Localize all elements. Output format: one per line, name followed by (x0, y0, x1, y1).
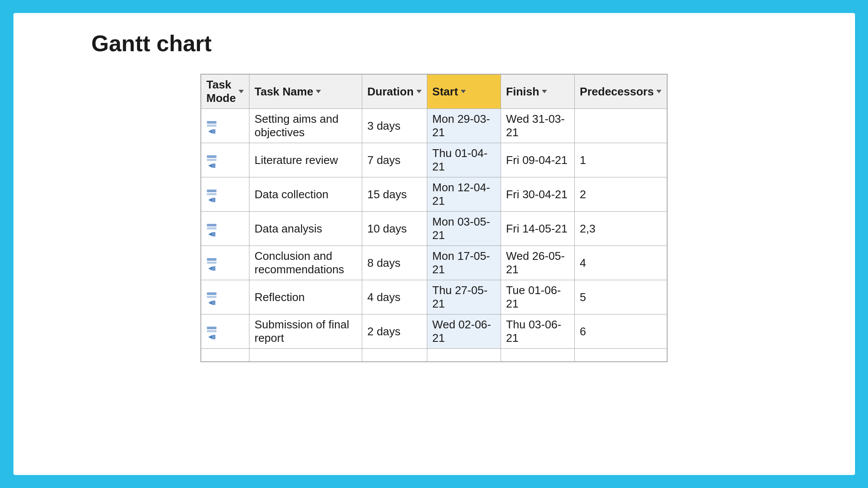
task-name-dropdown-icon[interactable] (316, 90, 321, 93)
finish-cell: Fri 09-04-21 (501, 143, 574, 177)
svg-rect-1 (207, 124, 216, 127)
task-mode-icon (206, 189, 217, 203)
predecessors-cell: 2,3 (574, 212, 667, 246)
task-name-cell: Setting aims andobjectives (249, 109, 362, 143)
task-mode-icon (206, 326, 217, 340)
task-mode-cell (201, 212, 249, 246)
gantt-table-container: Task Mode Task Name (200, 74, 668, 362)
duration-cell: 4 days (362, 280, 427, 314)
table-row: Submission of finalreport2 daysWed 02-06… (201, 314, 667, 349)
svg-rect-10 (207, 190, 216, 192)
start-cell: Mon 03-05-21 (427, 212, 501, 246)
svg-marker-7 (208, 164, 213, 168)
svg-rect-15 (207, 224, 216, 226)
svg-marker-2 (208, 129, 213, 134)
start-cell: Wed 02-06-21 (427, 314, 501, 349)
task-name-cell: Data analysis (249, 212, 362, 246)
duration-cell: 10 days (362, 212, 427, 246)
th-duration[interactable]: Duration (362, 75, 427, 109)
predecessors-dropdown-icon[interactable] (656, 90, 662, 93)
th-start-label: Start (432, 85, 458, 98)
finish-cell: Wed 31-03-21 (501, 109, 574, 143)
finish-cell: Tue 01-06-21 (501, 280, 574, 314)
task-mode-cell (201, 246, 249, 280)
task-name-cell: Submission of finalreport (249, 314, 362, 349)
th-task-mode[interactable]: Task Mode (201, 75, 249, 109)
svg-rect-5 (207, 155, 216, 158)
table-row: Literature review7 daysThu 01-04-21Fri 0… (201, 143, 667, 177)
slide: Gantt chart Task Mode (13, 13, 855, 475)
th-task-name-label: Task Name (255, 85, 313, 98)
svg-rect-20 (207, 258, 216, 261)
task-name-cell: Conclusion andrecommendations (249, 246, 362, 280)
th-start[interactable]: Start (427, 75, 501, 109)
finish-cell: Thu 03-06-21 (501, 314, 574, 349)
duration-cell: 3 days (362, 109, 427, 143)
table-row-empty (201, 349, 667, 362)
finish-cell: Fri 14-05-21 (501, 212, 574, 246)
th-task-mode-line2: Mode (206, 92, 236, 105)
svg-rect-30 (207, 327, 216, 329)
task-mode-cell (201, 177, 249, 212)
task-name-cell: Reflection (249, 280, 362, 314)
task-mode-icon (206, 223, 217, 237)
start-dropdown-icon[interactable] (461, 90, 466, 93)
finish-cell: Fri 30-04-21 (501, 177, 574, 212)
start-cell: Thu 01-04-21 (427, 143, 501, 177)
svg-marker-12 (208, 198, 213, 202)
predecessors-cell: 2 (574, 177, 667, 212)
task-mode-cell (201, 280, 249, 314)
svg-marker-22 (208, 266, 213, 271)
th-finish[interactable]: Finish (501, 75, 574, 109)
duration-cell: 7 days (362, 143, 427, 177)
predecessors-cell (574, 109, 667, 143)
task-mode-icon (206, 292, 217, 306)
duration-dropdown-icon[interactable] (416, 90, 422, 93)
duration-cell: 2 days (362, 314, 427, 349)
svg-marker-32 (208, 335, 213, 339)
task-mode-dropdown-icon[interactable] (239, 90, 244, 93)
start-cell: Mon 29-03-21 (427, 109, 501, 143)
svg-marker-17 (208, 232, 213, 236)
start-cell: Mon 12-04-21 (427, 177, 501, 212)
task-mode-icon (206, 121, 217, 134)
duration-cell: 15 days (362, 177, 427, 212)
task-mode-cell (201, 109, 249, 143)
task-mode-cell (201, 143, 249, 177)
table-row: Setting aims andobjectives3 daysMon 29-0… (201, 109, 667, 143)
table-row: Reflection4 daysThu 27-05-21Tue 01-06-21… (201, 280, 667, 314)
task-name-cell: Data collection (249, 177, 362, 212)
svg-rect-31 (207, 330, 216, 332)
svg-rect-11 (207, 193, 216, 195)
task-mode-icon (206, 155, 217, 169)
finish-cell: Wed 26-05-21 (501, 246, 574, 280)
predecessors-cell: 6 (574, 314, 667, 349)
svg-rect-0 (207, 121, 216, 124)
th-predecessors-label: Predecessors (580, 85, 654, 98)
svg-marker-27 (208, 301, 213, 305)
task-name-cell: Literature review (249, 143, 362, 177)
svg-rect-25 (207, 292, 216, 295)
table-row: Data analysis10 daysMon 03-05-21Fri 14-0… (201, 212, 667, 246)
th-finish-label: Finish (506, 85, 540, 98)
predecessors-cell: 5 (574, 280, 667, 314)
start-cell: Thu 27-05-21 (427, 280, 501, 314)
th-duration-label: Duration (367, 85, 414, 98)
table-row: Data collection15 daysMon 12-04-21Fri 30… (201, 177, 667, 212)
task-mode-cell (201, 314, 249, 349)
svg-rect-6 (207, 159, 216, 161)
svg-rect-16 (207, 227, 216, 229)
svg-rect-21 (207, 262, 216, 264)
svg-rect-26 (207, 296, 216, 298)
finish-dropdown-icon[interactable] (542, 90, 547, 93)
predecessors-cell: 4 (574, 246, 667, 280)
page-title: Gantt chart (92, 30, 212, 56)
table-row: Conclusion andrecommendations8 daysMon 1… (201, 246, 667, 280)
predecessors-cell: 1 (574, 143, 667, 177)
start-cell: Mon 17-05-21 (427, 246, 501, 280)
th-predecessors[interactable]: Predecessors (574, 75, 667, 109)
duration-cell: 8 days (362, 246, 427, 280)
th-task-name[interactable]: Task Name (249, 75, 362, 109)
th-task-mode-line1: Task (206, 78, 231, 92)
task-mode-icon (206, 258, 217, 272)
